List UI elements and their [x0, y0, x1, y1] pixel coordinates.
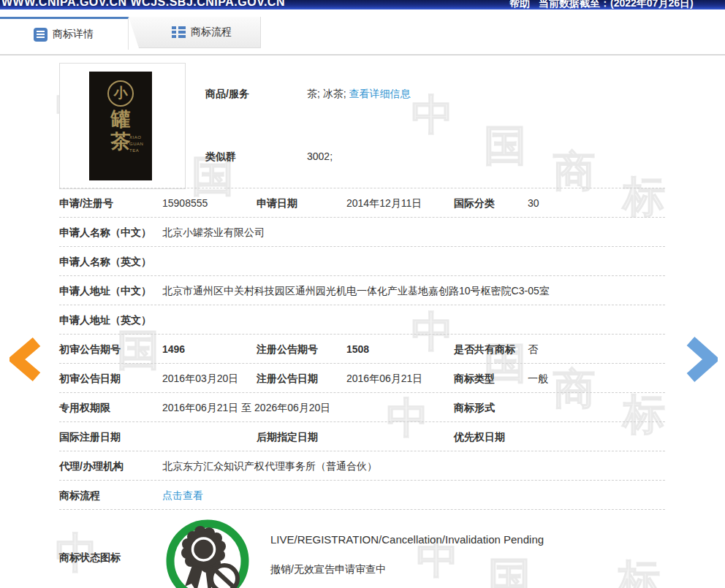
tab-trademark-details[interactable]: 商标详情 [0, 17, 129, 50]
watermark-glyph: 标 [618, 559, 660, 588]
chevron-left-icon [10, 337, 42, 382]
international-class: 30 [528, 197, 539, 209]
field-label: 国际分类 [454, 197, 495, 210]
row-exclusive-period: 专用权期限 2016年06月21日 至 2026年06月20日 商标形式 [0, 393, 725, 422]
tab-label: 商标流程 [191, 26, 232, 39]
row-gazette-dates: 初审公告日期 2016年03月20日 注册公告日期 2016年06月21日 商标… [0, 364, 725, 393]
trademark-image: 小 罐 茶 XIAO GUAN TEA [89, 72, 152, 180]
goods-services-value: 茶; 冰茶; 查看详细信息 [307, 88, 411, 101]
field-label: 优先权日期 [454, 431, 505, 444]
field-label: 专用权期限 [59, 402, 110, 415]
exclusive-right-period: 2016年06月21日 至 2026年06月20日 [162, 402, 330, 415]
field-label: 后期指定日期 [257, 431, 318, 444]
field-label: 商标形式 [454, 402, 495, 415]
field-label: 申请人地址（英文） [59, 314, 151, 327]
view-details-link[interactable]: 查看详细信息 [349, 88, 411, 99]
logo-circle: 小 [107, 80, 134, 107]
logo-latin-text: XIAO GUAN TEA [129, 134, 148, 154]
field-label: 申请/注册号 [59, 197, 113, 210]
shared-trademark-flag: 否 [528, 343, 538, 356]
trademark-image-frame: 小 罐 茶 XIAO GUAN TEA [59, 63, 186, 189]
agency-name: 北京东方汇众知识产权代理事务所（普通合伙） [162, 460, 377, 473]
application-date: 2014年12月11日 [346, 197, 422, 210]
click-to-view-link[interactable]: 点击查看 [162, 489, 203, 503]
field-label: 注册公告期号 [257, 343, 318, 356]
status-text-cn: 撤销/无效宣告申请审查中 [270, 563, 386, 576]
preliminary-gazette-number: 1496 [162, 343, 185, 355]
row-international-dates: 国际注册日期 后期指定日期 优先权日期 [0, 422, 725, 451]
data-cutoff-text: 当前数据截至：(2022年07月26日) [539, 0, 694, 9]
watermark-glyph: 国 [484, 124, 526, 167]
row-applicant-address-cn: 申请人地址（中文） 北京市通州区中关村科技园区通州园光机电一体化产业基地嘉创路1… [0, 276, 725, 305]
registration-gazette-date: 2016年06月21日 [346, 373, 422, 386]
field-label: 申请人名称（中文） [59, 226, 151, 240]
watermark-glyph: 中 [411, 93, 454, 136]
registration-gazette-number: 1508 [346, 343, 369, 355]
tab-divider-line [0, 54, 725, 56]
trademark-type: 一般 [528, 373, 548, 386]
row-applicant-name-cn: 申请人名称（中文） 北京小罐茶业有限公司 [0, 218, 725, 247]
field-label: 申请人名称（英文） [59, 256, 151, 269]
status-icon-label: 商标状态图标 [59, 551, 121, 565]
watermark-glyph: 国 [488, 557, 531, 588]
field-label: 代理/办理机构 [59, 460, 124, 473]
similar-group-value: 3002; [307, 150, 333, 162]
field-label: 是否共有商标 [454, 343, 515, 356]
field-label: 申请日期 [257, 197, 297, 210]
row-applicant-name-en: 申请人名称（英文） [0, 247, 725, 276]
goods-text: 茶; 冰茶; [307, 88, 346, 99]
row-applicant-address-en: 申请人地址（英文） [0, 305, 725, 335]
tab-label: 商标详情 [53, 28, 94, 41]
logo-char: 罐 [89, 108, 152, 131]
preliminary-gazette-date: 2016年03月20日 [162, 373, 238, 386]
field-label: 商标类型 [454, 373, 495, 386]
top-bar: WWW.CNIPA.GOV.CN WCJS.SBJ.CNIPA.GOV.CN 帮… [0, 0, 725, 9]
tab-trademark-process[interactable]: 商标流程 [129, 17, 261, 48]
registration-number: 15908555 [162, 197, 208, 209]
row-registration-number: 申请/注册号 15908555 申请日期 2014年12月11日 国际分类 30 [0, 188, 725, 218]
field-label: 注册公告日期 [257, 373, 318, 386]
field-label: 申请人地址（中文） [59, 285, 151, 298]
site-url-text: WWW.CNIPA.GOV.CN WCJS.SBJ.CNIPA.GOV.CN [1, 0, 285, 9]
field-label: 国际注册日期 [59, 431, 121, 444]
goods-services-label: 商品/服务 [205, 88, 249, 101]
trademark-status-icon [164, 514, 251, 588]
help-link[interactable]: 帮助 [509, 0, 530, 9]
list-grid-icon [172, 26, 186, 39]
watermark-glyph: 商 [553, 150, 596, 192]
document-icon [34, 28, 48, 42]
applicant-address-cn: 北京市通州区中关村科技园区通州园光机电一体化产业基地嘉创路10号枢密院C3-05… [162, 285, 550, 298]
row-agency: 代理/办理机构 北京东方汇众知识产权代理事务所（普通合伙） [0, 451, 725, 481]
status-text-en: LIVE/REGISTRATION/Cancellation/Invalidat… [270, 533, 544, 546]
chevron-right-icon [684, 335, 718, 383]
row-gazette-numbers: 初审公告期号 1496 注册公告期号 1508 是否共有商标 否 [0, 335, 725, 364]
next-record-arrow[interactable] [684, 335, 718, 386]
logo-char: 小 [114, 84, 128, 103]
applicant-name-cn: 北京小罐茶业有限公司 [162, 226, 265, 240]
similar-group-label: 类似群 [205, 150, 236, 164]
field-label: 初审公告期号 [59, 343, 121, 356]
field-label: 初审公告日期 [59, 373, 121, 386]
previous-record-arrow[interactable] [10, 337, 42, 385]
status-badge-icon [164, 514, 251, 588]
row-separator [59, 509, 665, 510]
field-label: 商标流程 [59, 489, 100, 503]
row-trademark-process: 商标流程 点击查看 [0, 481, 725, 510]
